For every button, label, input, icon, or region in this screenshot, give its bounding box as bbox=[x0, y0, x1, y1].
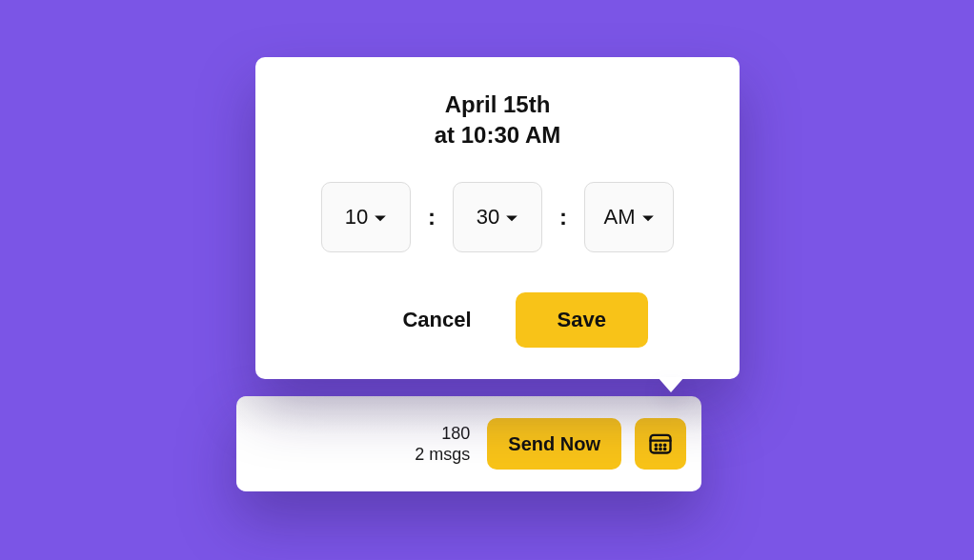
cancel-button[interactable]: Cancel bbox=[381, 294, 492, 346]
cancel-label: Cancel bbox=[402, 308, 471, 331]
calendar-icon bbox=[647, 430, 674, 459]
hour-selector[interactable]: 10 bbox=[321, 182, 411, 252]
time-separator: : bbox=[428, 204, 436, 230]
popover-actions: Cancel Save bbox=[381, 292, 701, 348]
svg-point-2 bbox=[656, 444, 657, 445]
chevron-down-icon bbox=[641, 205, 655, 230]
svg-point-4 bbox=[664, 444, 665, 445]
char-count: 180 bbox=[415, 423, 470, 445]
schedule-heading: April 15th at 10:30 AM bbox=[435, 90, 561, 151]
period-selector[interactable]: AM bbox=[584, 182, 674, 252]
svg-point-3 bbox=[659, 444, 660, 445]
chevron-down-icon bbox=[374, 205, 387, 230]
send-now-label: Send Now bbox=[508, 433, 600, 455]
time-separator: : bbox=[559, 204, 567, 230]
svg-point-7 bbox=[664, 448, 665, 449]
schedule-button[interactable] bbox=[635, 418, 686, 470]
send-bar: 180 2 msgs Send Now bbox=[236, 396, 701, 491]
chevron-down-icon bbox=[505, 205, 518, 230]
save-label: Save bbox=[558, 308, 606, 331]
msg-count: 2 msgs bbox=[415, 444, 470, 466]
hour-value: 10 bbox=[345, 205, 368, 230]
minute-selector[interactable]: 30 bbox=[453, 182, 542, 252]
schedule-popover: April 15th at 10:30 AM 10 : 30 : AM Canc… bbox=[255, 57, 740, 379]
send-now-button[interactable]: Send Now bbox=[487, 418, 621, 470]
schedule-time-line: at 10:30 AM bbox=[435, 120, 561, 150]
message-stats: 180 2 msgs bbox=[415, 423, 474, 466]
svg-point-6 bbox=[659, 448, 660, 449]
minute-value: 30 bbox=[477, 205, 499, 230]
save-button[interactable]: Save bbox=[516, 292, 648, 348]
schedule-date-line: April 15th bbox=[435, 90, 561, 120]
svg-point-5 bbox=[656, 448, 657, 449]
time-selector-row: 10 : 30 : AM bbox=[321, 182, 674, 252]
period-value: AM bbox=[604, 205, 636, 230]
